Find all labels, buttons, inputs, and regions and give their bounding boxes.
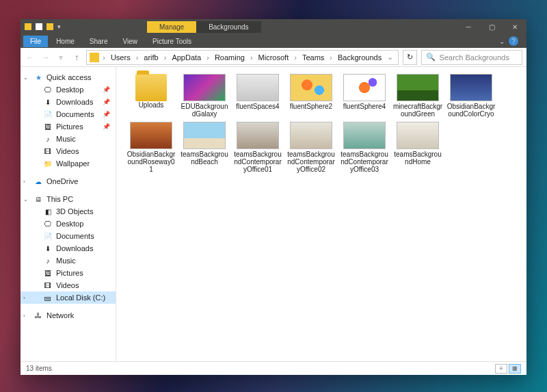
- explorer-icon: [25, 23, 31, 30]
- chevron-right-icon[interactable]: ›: [23, 295, 25, 301]
- folder-icon: 🎞: [44, 147, 52, 155]
- image-item[interactable]: EDUBackgroundGalaxy: [179, 74, 230, 118]
- maximize-button[interactable]: ▢: [480, 19, 503, 34]
- image-item[interactable]: minecraftBackgroundGreen: [392, 74, 443, 118]
- folder-icon: ⬇: [44, 98, 52, 106]
- image-item[interactable]: teamsBackgroundHome: [392, 122, 443, 173]
- chevron-down-icon[interactable]: ⌄: [23, 196, 28, 202]
- sidebar-item[interactable]: ◧3D Objects: [21, 205, 116, 218]
- tab-share[interactable]: Share: [83, 36, 115, 47]
- refresh-button[interactable]: ↻: [403, 50, 416, 65]
- cloud-icon: ☁: [34, 177, 42, 185]
- sidebar-item[interactable]: 📄Documents: [21, 230, 116, 242]
- breadcrumb-segment[interactable]: Users: [109, 53, 133, 62]
- image-item[interactable]: teamsBackgroundContemporaryOffice01: [232, 122, 283, 173]
- breadcrumb-dropdown-icon[interactable]: ⌄: [385, 53, 395, 62]
- breadcrumb-segment[interactable]: Backgrounds: [336, 53, 384, 62]
- tab-file[interactable]: File: [23, 36, 48, 47]
- image-thumbnail: [450, 74, 492, 101]
- qat-dropdown-icon[interactable]: ▾: [57, 23, 61, 30]
- nav-back-button[interactable]: ←: [25, 53, 36, 62]
- folder-icon: 🎞: [44, 281, 52, 289]
- chevron-down-icon[interactable]: ⌄: [23, 75, 28, 81]
- file-label: teamsBackgroundBeach: [179, 151, 230, 166]
- nav-tree[interactable]: ⌄ ★ Quick access 🖵Desktop📌⬇Downloads📌📄Do…: [21, 67, 116, 361]
- file-label: teamsBackgroundContemporaryOffice01: [232, 151, 283, 173]
- sidebar-item[interactable]: 🎞Videos: [21, 279, 116, 291]
- sidebar-item[interactable]: 📁Wallpaper: [21, 157, 116, 170]
- tab-view[interactable]: View: [116, 36, 145, 47]
- chevron-right-icon[interactable]: ›: [162, 53, 169, 62]
- sidebar-network[interactable]: › 🖧 Network: [21, 309, 116, 322]
- window-title: Backgrounds: [196, 21, 261, 33]
- folder-item[interactable]: Uploads: [126, 74, 176, 118]
- qat-icon[interactable]: [46, 23, 53, 30]
- network-icon: 🖧: [34, 311, 42, 319]
- tab-home[interactable]: Home: [49, 36, 81, 47]
- ribbon-context-manage[interactable]: Manage: [147, 21, 196, 33]
- chevron-right-icon[interactable]: ›: [23, 179, 25, 185]
- chevron-right-icon[interactable]: ›: [328, 53, 334, 62]
- pin-icon: 📌: [103, 99, 110, 105]
- breadcrumb-segment[interactable]: Teams: [300, 53, 326, 62]
- search-input[interactable]: 🔍 Search Backgrounds: [421, 50, 522, 65]
- sidebar-quick-access[interactable]: ⌄ ★ Quick access: [21, 71, 116, 83]
- folder-icon: 🖼: [44, 122, 52, 131]
- image-thumbnail: [343, 74, 386, 101]
- image-item[interactable]: teamsBackgroundBeach: [179, 122, 230, 173]
- sidebar-item[interactable]: 🖼Pictures: [21, 267, 116, 279]
- sidebar-item[interactable]: ♪Music: [21, 133, 116, 145]
- sidebar-item[interactable]: 🎞Videos: [21, 145, 116, 157]
- image-item[interactable]: fluentSphere2: [286, 74, 336, 118]
- chevron-right-icon[interactable]: ›: [23, 313, 25, 319]
- minimize-button[interactable]: ─: [457, 19, 480, 34]
- file-pane[interactable]: UploadsEDUBackgroundGalaxyfluentSpaces4f…: [116, 67, 526, 361]
- image-item[interactable]: fluentSphere4: [339, 74, 390, 118]
- nav-forward-button[interactable]: →: [40, 53, 52, 62]
- file-label: Uploads: [139, 101, 164, 109]
- chevron-right-icon[interactable]: ›: [101, 53, 107, 62]
- file-label: teamsBackgroundContemporaryOffice03: [339, 151, 390, 173]
- sidebar-item[interactable]: ›🖴Local Disk (C:): [21, 291, 116, 304]
- sidebar-item[interactable]: ♪Music: [21, 254, 116, 267]
- sidebar-item[interactable]: 📄Documents📌: [21, 108, 116, 120]
- ribbon-collapse-icon[interactable]: ⌄: [499, 38, 505, 45]
- breadcrumb-segment[interactable]: arifb: [142, 53, 160, 62]
- folder-icon: ◧: [44, 207, 52, 215]
- nav-up-button[interactable]: ↑: [71, 53, 83, 62]
- image-item[interactable]: ObsidianBackgroundRoseway01: [126, 122, 176, 173]
- chevron-right-icon[interactable]: ›: [204, 53, 211, 62]
- sidebar-item[interactable]: 🖼Pictures📌: [21, 120, 116, 133]
- view-details-button[interactable]: ≡: [495, 364, 507, 374]
- nav-recent-dropdown[interactable]: ▾: [55, 53, 67, 62]
- chevron-right-icon[interactable]: ›: [248, 53, 255, 62]
- breadcrumb[interactable]: › Users›arifb›AppData›Roaming›Microsoft›…: [86, 50, 399, 65]
- breadcrumb-segment[interactable]: Microsoft: [256, 53, 291, 62]
- qat-icon[interactable]: [36, 23, 42, 30]
- sidebar-item[interactable]: 🖵Desktop📌: [21, 83, 116, 96]
- image-item[interactable]: teamsBackgroundContemporaryOffice02: [286, 122, 336, 173]
- image-item[interactable]: fluentSpaces4: [232, 74, 283, 118]
- image-item[interactable]: teamsBackgroundContemporaryOffice03: [339, 122, 390, 173]
- sidebar-item[interactable]: 🖵Desktop: [21, 218, 116, 230]
- sidebar-item[interactable]: ⬇Downloads: [21, 242, 116, 254]
- breadcrumb-segment[interactable]: AppData: [170, 53, 203, 62]
- help-icon[interactable]: ?: [509, 36, 518, 46]
- image-item[interactable]: ObsidianBackgroundColorCryo: [446, 74, 496, 118]
- sidebar-onedrive[interactable]: › ☁ OneDrive: [21, 175, 116, 187]
- sidebar-this-pc[interactable]: ⌄ 🖥 This PC: [21, 193, 116, 205]
- sidebar-item[interactable]: ⬇Downloads📌: [21, 96, 116, 108]
- chevron-right-icon[interactable]: ›: [292, 53, 299, 62]
- tab-picture-tools[interactable]: Picture Tools: [146, 36, 198, 47]
- file-label: fluentSphere2: [290, 103, 332, 110]
- folder-icon: 🖼: [44, 269, 52, 277]
- image-thumbnail: [183, 122, 226, 149]
- view-icons-button[interactable]: ▦: [509, 364, 521, 374]
- titlebar[interactable]: ▾ Manage Backgrounds ─ ▢ ✕: [21, 19, 526, 34]
- file-label: ObsidianBackgroundColorCryo: [446, 103, 496, 118]
- image-thumbnail: [397, 74, 439, 101]
- breadcrumb-segment[interactable]: Roaming: [213, 53, 247, 62]
- pc-icon: 🖥: [34, 195, 42, 203]
- close-button[interactable]: ✕: [503, 19, 526, 34]
- chevron-right-icon[interactable]: ›: [134, 53, 141, 62]
